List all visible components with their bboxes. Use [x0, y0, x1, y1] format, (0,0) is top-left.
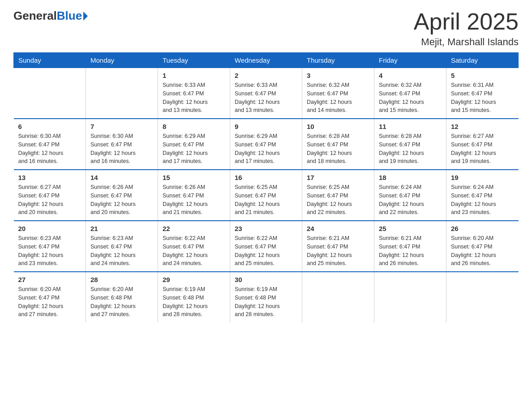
day-info: Sunrise: 6:32 AM Sunset: 6:47 PM Dayligh…	[379, 81, 442, 115]
calendar-table: SundayMondayTuesdayWednesdayThursdayFrid…	[13, 52, 519, 322]
day-number: 15	[163, 174, 225, 181]
calendar-cell: 26Sunrise: 6:20 AM Sunset: 6:47 PM Dayli…	[446, 221, 519, 272]
day-number: 9	[235, 123, 297, 130]
calendar-cell: 1Sunrise: 6:33 AM Sunset: 6:47 PM Daylig…	[158, 68, 230, 119]
page-header: General Blue April 2025 Mejit, Marshall …	[13, 9, 519, 48]
day-info: Sunrise: 6:21 AM Sunset: 6:47 PM Dayligh…	[379, 234, 442, 268]
day-number: 14	[90, 174, 153, 181]
day-info: Sunrise: 6:25 AM Sunset: 6:47 PM Dayligh…	[235, 183, 297, 217]
calendar-cell: 23Sunrise: 6:22 AM Sunset: 6:47 PM Dayli…	[230, 221, 302, 272]
day-info: Sunrise: 6:27 AM Sunset: 6:47 PM Dayligh…	[18, 183, 82, 217]
day-info: Sunrise: 6:19 AM Sunset: 6:48 PM Dayligh…	[163, 285, 225, 319]
day-info: Sunrise: 6:33 AM Sunset: 6:47 PM Dayligh…	[235, 81, 297, 115]
day-number: 7	[90, 123, 153, 130]
day-info: Sunrise: 6:24 AM Sunset: 6:47 PM Dayligh…	[451, 183, 514, 217]
header-day-wednesday: Wednesday	[230, 53, 302, 68]
day-info: Sunrise: 6:23 AM Sunset: 6:47 PM Dayligh…	[90, 234, 153, 268]
calendar-cell	[14, 68, 86, 119]
calendar-cell: 27Sunrise: 6:20 AM Sunset: 6:47 PM Dayli…	[14, 272, 86, 322]
day-number: 23	[235, 225, 297, 232]
calendar-cell: 11Sunrise: 6:28 AM Sunset: 6:47 PM Dayli…	[374, 119, 446, 170]
calendar-cell: 8Sunrise: 6:29 AM Sunset: 6:47 PM Daylig…	[158, 119, 230, 170]
calendar-week-row: 1Sunrise: 6:33 AM Sunset: 6:47 PM Daylig…	[14, 68, 519, 119]
calendar-cell: 28Sunrise: 6:20 AM Sunset: 6:48 PM Dayli…	[86, 272, 158, 322]
header-day-tuesday: Tuesday	[158, 53, 230, 68]
day-number: 30	[235, 276, 297, 283]
day-number: 29	[163, 276, 225, 283]
day-number: 28	[90, 276, 153, 283]
day-info: Sunrise: 6:28 AM Sunset: 6:47 PM Dayligh…	[307, 132, 369, 166]
day-info: Sunrise: 6:23 AM Sunset: 6:47 PM Dayligh…	[18, 234, 82, 268]
day-info: Sunrise: 6:24 AM Sunset: 6:47 PM Dayligh…	[379, 183, 442, 217]
calendar-cell: 12Sunrise: 6:27 AM Sunset: 6:47 PM Dayli…	[446, 119, 519, 170]
calendar-cell: 10Sunrise: 6:28 AM Sunset: 6:47 PM Dayli…	[302, 119, 374, 170]
calendar-cell	[374, 272, 446, 322]
logo: General Blue	[13, 9, 88, 23]
calendar-cell	[86, 68, 158, 119]
day-number: 11	[379, 123, 442, 130]
calendar-week-row: 6Sunrise: 6:30 AM Sunset: 6:47 PM Daylig…	[14, 119, 519, 170]
day-info: Sunrise: 6:20 AM Sunset: 6:48 PM Dayligh…	[90, 285, 153, 319]
day-number: 13	[18, 174, 82, 181]
logo-triangle-icon	[83, 12, 88, 21]
day-number: 12	[451, 123, 514, 130]
day-info: Sunrise: 6:31 AM Sunset: 6:47 PM Dayligh…	[451, 81, 514, 115]
calendar-cell: 22Sunrise: 6:22 AM Sunset: 6:47 PM Dayli…	[158, 221, 230, 272]
calendar-cell: 4Sunrise: 6:32 AM Sunset: 6:47 PM Daylig…	[374, 68, 446, 119]
calendar-title: April 2025	[414, 9, 519, 34]
calendar-cell: 2Sunrise: 6:33 AM Sunset: 6:47 PM Daylig…	[230, 68, 302, 119]
day-info: Sunrise: 6:21 AM Sunset: 6:47 PM Dayligh…	[307, 234, 369, 268]
calendar-subtitle: Mejit, Marshall Islands	[414, 36, 519, 48]
day-number: 4	[379, 72, 442, 79]
calendar-cell: 25Sunrise: 6:21 AM Sunset: 6:47 PM Dayli…	[374, 221, 446, 272]
day-info: Sunrise: 6:33 AM Sunset: 6:47 PM Dayligh…	[163, 81, 225, 115]
day-number: 27	[18, 276, 82, 283]
day-info: Sunrise: 6:22 AM Sunset: 6:47 PM Dayligh…	[163, 234, 225, 268]
day-number: 24	[307, 225, 369, 232]
calendar-cell: 9Sunrise: 6:29 AM Sunset: 6:47 PM Daylig…	[230, 119, 302, 170]
title-block: April 2025 Mejit, Marshall Islands	[414, 9, 519, 48]
calendar-cell: 16Sunrise: 6:25 AM Sunset: 6:47 PM Dayli…	[230, 170, 302, 221]
day-info: Sunrise: 6:29 AM Sunset: 6:47 PM Dayligh…	[163, 132, 225, 166]
logo-blue-part: Blue	[57, 9, 88, 23]
day-info: Sunrise: 6:26 AM Sunset: 6:47 PM Dayligh…	[90, 183, 153, 217]
day-info: Sunrise: 6:27 AM Sunset: 6:47 PM Dayligh…	[451, 132, 514, 166]
day-number: 21	[90, 225, 153, 232]
day-number: 3	[307, 72, 369, 79]
calendar-header-row: SundayMondayTuesdayWednesdayThursdayFrid…	[14, 53, 519, 68]
calendar-cell: 18Sunrise: 6:24 AM Sunset: 6:47 PM Dayli…	[374, 170, 446, 221]
logo-general-text: General	[13, 9, 57, 23]
calendar-cell: 3Sunrise: 6:32 AM Sunset: 6:47 PM Daylig…	[302, 68, 374, 119]
logo-blue-text: Blue	[57, 9, 82, 23]
calendar-cell: 13Sunrise: 6:27 AM Sunset: 6:47 PM Dayli…	[14, 170, 86, 221]
calendar-cell	[302, 272, 374, 322]
day-info: Sunrise: 6:19 AM Sunset: 6:48 PM Dayligh…	[235, 285, 297, 319]
day-info: Sunrise: 6:30 AM Sunset: 6:47 PM Dayligh…	[18, 132, 82, 166]
day-number: 1	[163, 72, 225, 79]
day-info: Sunrise: 6:29 AM Sunset: 6:47 PM Dayligh…	[235, 132, 297, 166]
header-day-saturday: Saturday	[446, 53, 519, 68]
header-day-monday: Monday	[86, 53, 158, 68]
day-info: Sunrise: 6:32 AM Sunset: 6:47 PM Dayligh…	[307, 81, 369, 115]
day-number: 10	[307, 123, 369, 130]
calendar-cell: 30Sunrise: 6:19 AM Sunset: 6:48 PM Dayli…	[230, 272, 302, 322]
calendar-cell: 7Sunrise: 6:30 AM Sunset: 6:47 PM Daylig…	[86, 119, 158, 170]
day-number: 2	[235, 72, 297, 79]
day-number: 20	[18, 225, 82, 232]
header-day-friday: Friday	[374, 53, 446, 68]
day-info: Sunrise: 6:28 AM Sunset: 6:47 PM Dayligh…	[379, 132, 442, 166]
calendar-cell: 17Sunrise: 6:25 AM Sunset: 6:47 PM Dayli…	[302, 170, 374, 221]
calendar-week-row: 13Sunrise: 6:27 AM Sunset: 6:47 PM Dayli…	[14, 170, 519, 221]
day-info: Sunrise: 6:20 AM Sunset: 6:47 PM Dayligh…	[451, 234, 514, 268]
day-number: 19	[451, 174, 514, 181]
day-info: Sunrise: 6:26 AM Sunset: 6:47 PM Dayligh…	[163, 183, 225, 217]
calendar-cell: 15Sunrise: 6:26 AM Sunset: 6:47 PM Dayli…	[158, 170, 230, 221]
calendar-cell: 24Sunrise: 6:21 AM Sunset: 6:47 PM Dayli…	[302, 221, 374, 272]
day-number: 16	[235, 174, 297, 181]
calendar-week-row: 20Sunrise: 6:23 AM Sunset: 6:47 PM Dayli…	[14, 221, 519, 272]
day-info: Sunrise: 6:20 AM Sunset: 6:47 PM Dayligh…	[18, 285, 82, 319]
day-number: 25	[379, 225, 442, 232]
day-info: Sunrise: 6:25 AM Sunset: 6:47 PM Dayligh…	[307, 183, 369, 217]
day-number: 17	[307, 174, 369, 181]
day-info: Sunrise: 6:30 AM Sunset: 6:47 PM Dayligh…	[90, 132, 153, 166]
